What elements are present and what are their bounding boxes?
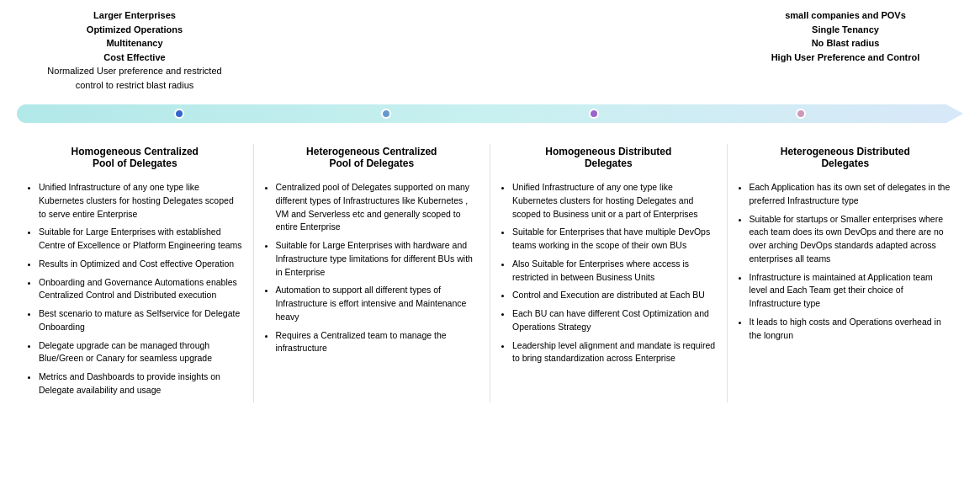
top-label-left-line-1: Optimized Operations	[25, 23, 244, 37]
list-item: Leadership level alignment and mandate i…	[512, 339, 717, 366]
column-title-col4: Heterogeneous DistributedDelegates	[738, 144, 954, 171]
top-label-left: Larger EnterprisesOptimized OperationsMu…	[25, 8, 244, 92]
dot-col1	[174, 109, 184, 119]
list-item: Also Suitable for Enterprises where acce…	[512, 258, 717, 285]
column-col3: Homogeneous DistributedDelegatesUnified …	[490, 144, 728, 402]
list-item: Each BU can have different Cost Optimiza…	[512, 307, 717, 334]
top-label-right-line-2: No Blast radius	[736, 36, 955, 51]
list-item: Delegate upgrade can be managed through …	[39, 339, 243, 366]
dot-col3	[589, 109, 599, 119]
top-label-right-line-1: Single Tenancy	[736, 23, 955, 37]
top-label-left-text: Larger EnterprisesOptimized OperationsMu…	[25, 8, 244, 92]
list-item: Unified Infrastructure of any one type l…	[39, 181, 243, 221]
top-label-left-line-5: control to restrict blast radius	[25, 78, 244, 93]
column-title-col1: Homogeneous CentralizedPool of Delegates	[27, 144, 243, 171]
list-item: Unified Infrastructure of any one type l…	[512, 181, 717, 221]
list-item: Control and Execution are distributed at…	[512, 289, 717, 302]
top-label-left-line-4: Normalized User preference and restricte…	[25, 64, 244, 78]
column-col2: Heterogeneous CentralizedPool of Delegat…	[254, 144, 491, 402]
column-list-col1: Unified Infrastructure of any one type l…	[27, 181, 243, 397]
list-item: Centralized pool of Delegates supported …	[276, 181, 480, 234]
top-label-left-line-3: Cost Effective	[25, 51, 244, 65]
top-label-right-line-3: High User Preference and Control	[736, 51, 955, 65]
column-title-col3: Homogeneous DistributedDelegates	[501, 144, 717, 171]
list-item: Suitable for Large Enterprises with esta…	[39, 226, 243, 253]
column-list-col2: Centralized pool of Delegates supported …	[264, 181, 480, 355]
arrow-dots	[8, 109, 972, 119]
top-label-right: small companies and POVsSingle TenancyNo…	[736, 8, 955, 92]
columns-container: Homogeneous CentralizedPool of Delegates…	[8, 144, 972, 402]
list-item: Suitable for Enterprises that have multi…	[512, 226, 717, 253]
column-list-col3: Unified Infrastructure of any one type l…	[501, 181, 717, 365]
page-container: Larger EnterprisesOptimized OperationsMu…	[0, 0, 980, 419]
list-item: Automation to support all different type…	[276, 284, 480, 323]
column-list-col4: Each Application has its own set of dele…	[738, 181, 954, 342]
list-item: Each Application has its own set of dele…	[750, 181, 954, 208]
top-label-right-text: small companies and POVsSingle TenancyNo…	[736, 8, 955, 64]
top-label-left-line-2: Multitenancy	[25, 36, 244, 51]
list-item: Requires a Centralized team to manage th…	[276, 329, 480, 356]
list-item: Results in Optimized and Cost effective …	[39, 258, 243, 271]
list-item: It leads to high costs and Operations ov…	[750, 316, 954, 343]
top-label-left-line-0: Larger Enterprises	[25, 8, 244, 23]
arrow-bar-container	[8, 99, 972, 129]
list-item: Onboarding and Governance Automations en…	[39, 276, 243, 303]
list-item: Suitable for Large Enterprises with hard…	[276, 239, 480, 279]
column-col1: Homogeneous CentralizedPool of Delegates…	[17, 144, 254, 402]
column-title-col2: Heterogeneous CentralizedPool of Delegat…	[264, 144, 480, 171]
list-item: Metrics and Dashboards to provide insigh…	[39, 370, 243, 397]
top-label-right-line-0: small companies and POVs	[736, 8, 955, 23]
list-item: Infrastructure is maintained at Applicat…	[750, 271, 954, 311]
top-labels: Larger EnterprisesOptimized OperationsMu…	[8, 8, 972, 92]
column-col4: Heterogeneous DistributedDelegatesEach A…	[728, 144, 964, 402]
list-item: Suitable for startups or Smaller enterpr…	[750, 213, 954, 266]
dot-col2	[381, 109, 391, 119]
list-item: Best scenario to mature as Selfservice f…	[39, 307, 243, 334]
dot-col4	[796, 109, 806, 119]
